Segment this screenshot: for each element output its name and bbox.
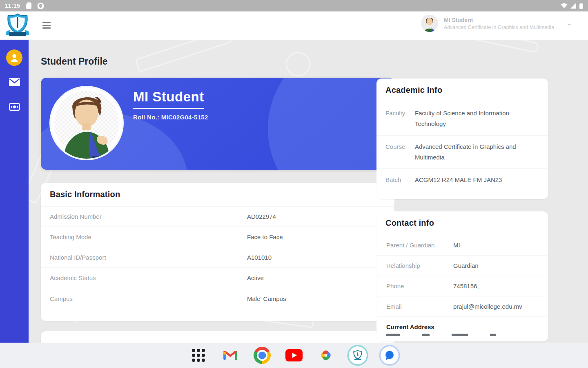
info-row-admission-number: Admission Number AD022974 (41, 206, 394, 227)
info-row-campus: Campus Male' Campus (41, 288, 394, 309)
mi-college-shield-icon (353, 350, 363, 361)
banknote-icon (9, 103, 20, 111)
contact-row-guardian: Parent / Guardian MI (376, 235, 548, 256)
menu-icon[interactable] (42, 22, 51, 29)
card-blob (268, 78, 394, 170)
clock: 11:15 (5, 2, 20, 9)
academic-row-batch: Batch ACGM12 R24 MALE FM JAN23 (376, 169, 548, 191)
chrome-app[interactable] (253, 346, 271, 364)
contact-info-header: Contact info (376, 211, 548, 235)
sidebar-item-messages[interactable] (6, 74, 22, 90)
google-messages-app[interactable] (381, 346, 399, 364)
student-roll-no: Roll No.: MIC02G04-5152 (133, 114, 208, 121)
google-photos-icon (318, 347, 334, 364)
current-address-label: Current Address (376, 317, 548, 331)
messages-bubble-icon (384, 350, 395, 361)
info-row-national-id: National ID/Passport A101010 (41, 247, 394, 268)
app-grid-icon (192, 349, 205, 362)
page-title: Student Profile (41, 56, 108, 67)
battery-icon (579, 3, 583, 9)
signal-icon (570, 3, 577, 9)
sidebar-nav (0, 40, 29, 343)
gmail-app[interactable] (221, 346, 239, 364)
clipped-address-row (386, 334, 548, 336)
app-header: MI Student Advanced Certificate in Graph… (0, 11, 588, 40)
college-logo[interactable] (5, 13, 30, 38)
battery-app-icon (26, 2, 31, 9)
user-avatar (421, 15, 438, 32)
contact-info-title: Contact info (385, 218, 434, 228)
status-bar: 11:15 (0, 0, 588, 11)
gmail-icon (223, 349, 238, 361)
contact-row-relationship: Relationship Guardian (376, 256, 548, 276)
academic-row-faculty: Faculty Faculty of Science and Informati… (376, 102, 548, 136)
contact-info-card: Contact info Parent / Guardian MI Relati… (376, 211, 548, 341)
academic-row-course: Course Advanced Certificate in Graphics … (376, 136, 548, 169)
academic-info-card: Academic Info Faculty Faculty of Science… (376, 79, 548, 199)
info-row-academic-status: Academic Status Active (41, 268, 394, 288)
basic-information-card: Basic Information Admission Number AD022… (41, 183, 394, 321)
screen: 11:15 (0, 0, 588, 368)
chevron-down-icon: ⌄ (567, 20, 572, 27)
student-name: MI Student (133, 89, 204, 109)
info-row-teaching-mode: Teaching Mode Face to Face (41, 227, 394, 247)
google-photos-app[interactable] (317, 346, 335, 364)
wifi-icon (561, 3, 568, 9)
sidebar-item-payments[interactable] (6, 99, 22, 115)
contact-row-email: Email prajul@micollege.edu.mv (376, 296, 548, 317)
academic-info-title: Academic Info (385, 85, 442, 95)
android-taskbar (0, 343, 588, 368)
user-menu[interactable]: MI Student Advanced Certificate in Graph… (421, 15, 572, 32)
youtube-icon (285, 349, 303, 361)
app-drawer-button[interactable] (189, 346, 207, 364)
contact-row-phone: Phone 7458156, (376, 276, 548, 296)
basic-information-title: Basic Information (50, 190, 120, 199)
app-body: Student Profile MI Student (0, 40, 588, 343)
chrome-icon (254, 347, 271, 364)
sidebar-item-profile[interactable] (6, 49, 22, 66)
envelope-icon (9, 78, 20, 86)
header-user-course: Advanced Certificate in Graphics and Mul… (444, 25, 554, 30)
basic-information-header: Basic Information (41, 183, 394, 206)
header-user-name: MI Student (444, 17, 554, 23)
academic-info-header: Academic Info (376, 79, 548, 102)
shield-circle-icon (37, 2, 44, 9)
mi-college-app[interactable] (349, 346, 367, 364)
student-avatar (51, 88, 122, 159)
person-icon (10, 53, 19, 63)
next-section-card (41, 331, 394, 343)
youtube-app[interactable] (285, 346, 303, 364)
student-profile-card: MI Student Roll No.: MIC02G04-5152 (41, 78, 394, 170)
